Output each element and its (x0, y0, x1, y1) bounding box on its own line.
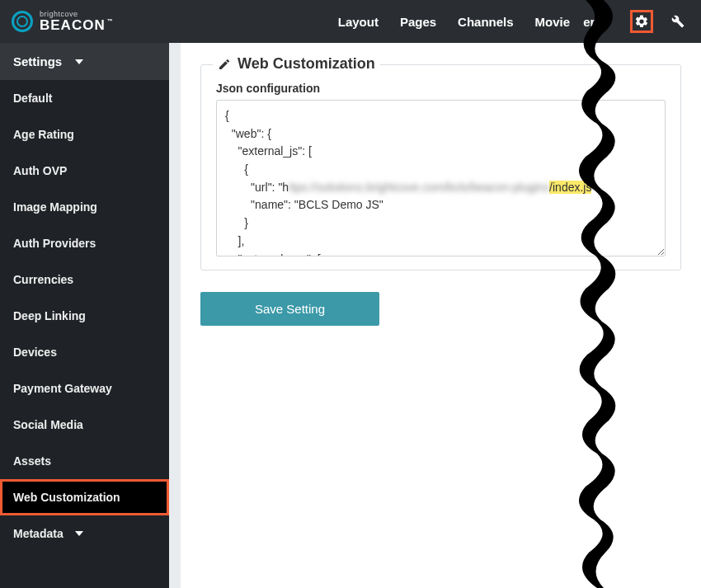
web-customization-panel: Web Customization Json configuration { "… (200, 64, 681, 270)
json-configuration-textarea[interactable]: { "web": { "external_js": [ { "url": "ht… (216, 100, 666, 256)
pencil-icon (218, 58, 231, 71)
nav-commerce[interactable]: erce (583, 15, 609, 29)
sidebar-item-image-mapping[interactable]: Image Mapping (0, 189, 169, 225)
nav-layout[interactable]: Layout (338, 15, 379, 29)
brand-big: BEACON™ (40, 18, 114, 32)
sidebar-item-social-media[interactable]: Social Media (0, 407, 169, 443)
sidebar-item-metadata[interactable]: Metadata (0, 515, 169, 552)
brand-logo[interactable]: brightcove BEACON™ (12, 11, 114, 32)
wrench-icon[interactable] (666, 10, 689, 33)
nav-channels[interactable]: Channels (458, 15, 514, 29)
sidebar-item-default[interactable]: Default (0, 80, 169, 116)
nav-movie[interactable]: Movie (535, 15, 571, 29)
sidebar-header-label: Settings (13, 54, 62, 68)
logo-icon (12, 11, 33, 32)
sidebar-item-deep-linking[interactable]: Deep Linking (0, 298, 169, 334)
sidebar-item-auth-ovp[interactable]: Auth OVP (0, 153, 169, 189)
sidebar-item-devices[interactable]: Devices (0, 334, 169, 370)
caret-down-icon (75, 531, 83, 536)
nav-pages[interactable]: Pages (400, 15, 436, 29)
scroll-gutter[interactable] (169, 43, 181, 588)
sidebar-item-web-customization[interactable]: Web Customization (0, 479, 169, 515)
field-label-json: Json configuration (216, 82, 666, 95)
top-nav: Layout Pages Channels Movie erce (338, 10, 689, 33)
save-setting-button[interactable]: Save Setting (200, 292, 379, 326)
main-content: Web Customization Json configuration { "… (169, 43, 701, 588)
sidebar-item-assets[interactable]: Assets (0, 443, 169, 479)
sidebar: Settings Default Age Rating Auth OVP Ima… (0, 43, 169, 588)
topbar: brightcove BEACON™ Layout Pages Channels… (0, 0, 701, 43)
sidebar-item-currencies[interactable]: Currencies (0, 261, 169, 298)
caret-down-icon (75, 59, 83, 64)
gear-icon[interactable] (630, 10, 653, 33)
sidebar-header-settings[interactable]: Settings (0, 43, 169, 80)
sidebar-item-age-rating[interactable]: Age Rating (0, 116, 169, 153)
sidebar-item-auth-providers[interactable]: Auth Providers (0, 225, 169, 261)
panel-title: Web Customization (213, 55, 380, 73)
sidebar-item-payment-gateway[interactable]: Payment Gateway (0, 370, 169, 407)
